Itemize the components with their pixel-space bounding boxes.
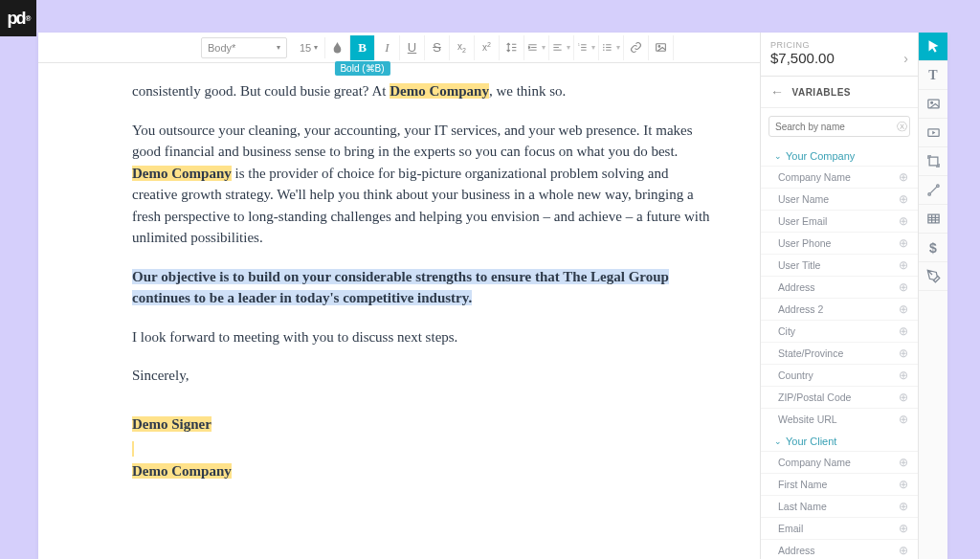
svg-rect-6 [927,100,938,108]
app-window: Body*▾ 15▾ B Bold (⌘B) I U S x2 x2 [38,33,947,559]
cursor-tool-button[interactable] [919,33,947,61]
add-icon[interactable]: ⊕ [899,258,908,272]
paragraph[interactable]: consistently good. But could busie great… [132,80,712,102]
pricing-amount: $7,500.00 [770,50,835,66]
variable-item[interactable]: State/Province⊕ [761,342,918,364]
search-input[interactable] [775,122,897,132]
variable-item[interactable]: User Phone⊕ [761,232,918,254]
closing[interactable]: Sincerely, [132,365,712,387]
line-height-button[interactable] [500,35,524,60]
svg-text:1: 1 [578,43,580,47]
add-icon[interactable]: ⊕ [899,413,908,426]
pen-tool-button[interactable] [919,262,947,291]
variable-item[interactable]: User Email⊕ [761,210,918,232]
back-arrow-icon[interactable]: ← [770,84,785,100]
link-button[interactable] [624,35,649,60]
pricing-row[interactable]: PRICING $7,500.00 › [761,33,918,77]
variable-item[interactable]: Address⊕ [761,539,918,559]
variable-item[interactable]: Address 2⊕ [761,298,918,320]
svg-rect-9 [929,157,938,166]
variable-item[interactable]: Country⊕ [761,364,918,386]
cursor [132,441,134,457]
sidebar: PRICING $7,500.00 › ← VARIABLES ⓧ ⌄ Your… [761,33,919,559]
variable-item[interactable]: User Title⊕ [761,254,918,276]
font-color-button[interactable] [325,35,350,60]
resize-tool-button[interactable] [919,147,947,176]
indent-button[interactable] [524,35,549,60]
unordered-list-button[interactable] [599,35,624,60]
variable-item[interactable]: Company Name⊕ [761,451,918,473]
add-icon[interactable]: ⊕ [899,280,908,294]
add-icon[interactable]: ⊕ [899,347,908,360]
add-icon[interactable]: ⊕ [899,324,908,338]
strikethrough-button[interactable]: S [425,35,450,60]
variable-item[interactable]: First Name⊕ [761,473,918,495]
paragraph-selected[interactable]: Our objective is to build on your consid… [132,266,712,309]
line-tool-button[interactable] [919,176,947,205]
italic-button[interactable]: I [375,35,400,60]
variable-group-header[interactable]: ⌄ Your Company [761,145,918,166]
insert-image-button[interactable] [649,35,674,60]
variable-item[interactable]: City⊕ [761,320,918,342]
variable-list[interactable]: ⌄ Your CompanyCompany Name⊕User Name⊕Use… [761,145,918,559]
signer-variable[interactable]: Demo Signer [132,416,212,432]
add-icon[interactable]: ⊕ [899,302,908,316]
font-size-dropdown[interactable]: 15▾ [293,37,325,58]
add-icon[interactable]: ⊕ [899,391,908,404]
dollar-tool-button[interactable]: $ [919,234,947,262]
add-icon[interactable]: ⊕ [899,214,908,228]
variable-item[interactable]: Company Name⊕ [761,166,918,188]
chevron-down-icon: ⌄ [774,436,782,446]
paragraph-style-dropdown[interactable]: Body*▾ [201,37,287,58]
bold-button[interactable]: B Bold (⌘B) [350,35,375,60]
document-body[interactable]: consistently good. But could busie great… [38,63,760,559]
svg-point-1 [603,44,604,45]
company-variable[interactable]: Demo Company [132,463,232,479]
pricing-label: PRICING [770,40,835,50]
svg-point-10 [927,193,930,196]
text-toolbar: Body*▾ 15▾ B Bold (⌘B) I U S x2 x2 [38,33,760,63]
subscript-button[interactable]: x2 [450,35,475,60]
add-icon[interactable]: ⊕ [899,369,908,382]
variable-item[interactable]: Website URL⊕ [761,408,918,430]
underline-button[interactable]: U [400,35,425,60]
variable-item[interactable]: User Name⊕ [761,188,918,210]
align-button[interactable] [549,35,574,60]
svg-point-11 [936,185,939,188]
variable-item[interactable]: Address⊕ [761,276,918,298]
svg-rect-4 [657,44,666,52]
chevron-down-icon: ⌄ [774,151,782,161]
variable-item[interactable]: ZIP/Postal Code⊕ [761,386,918,408]
table-tool-button[interactable] [919,205,947,234]
svg-point-3 [603,50,604,51]
paragraph[interactable]: You outsource your cleaning, your accoun… [132,120,712,249]
svg-point-5 [658,46,660,48]
add-icon[interactable]: ⊕ [899,456,908,469]
add-icon[interactable]: ⊕ [899,500,908,513]
tools-rail: T$ [919,33,947,559]
add-icon[interactable]: ⊕ [899,478,908,491]
svg-point-7 [930,101,932,103]
bold-tooltip: Bold (⌘B) [334,61,390,76]
clear-icon[interactable]: ⓧ [897,120,907,134]
add-icon[interactable]: ⊕ [899,192,908,206]
image-tool-button[interactable] [919,90,947,119]
variable-search[interactable]: ⓧ [768,116,910,137]
editor-pane: Body*▾ 15▾ B Bold (⌘B) I U S x2 x2 [38,33,761,559]
variable-group-header[interactable]: ⌄ Your Client [761,430,918,451]
svg-rect-12 [927,214,938,223]
video-tool-button[interactable] [919,119,947,147]
ordered-list-button[interactable]: 1 [574,35,599,60]
app-logo: pd® [0,0,36,36]
add-icon[interactable]: ⊕ [899,544,908,557]
paragraph[interactable]: I look forward to meeting with you to di… [132,326,712,348]
text-tool-button[interactable]: T [919,61,947,90]
add-icon[interactable]: ⊕ [899,236,908,250]
superscript-button[interactable]: x2 [475,35,500,60]
svg-point-2 [603,47,604,48]
variable-item[interactable]: Last Name⊕ [761,495,918,517]
variable-item[interactable]: Email⊕ [761,517,918,539]
add-icon[interactable]: ⊕ [899,522,908,535]
variables-header[interactable]: ← VARIABLES [761,77,918,108]
add-icon[interactable]: ⊕ [899,170,908,184]
